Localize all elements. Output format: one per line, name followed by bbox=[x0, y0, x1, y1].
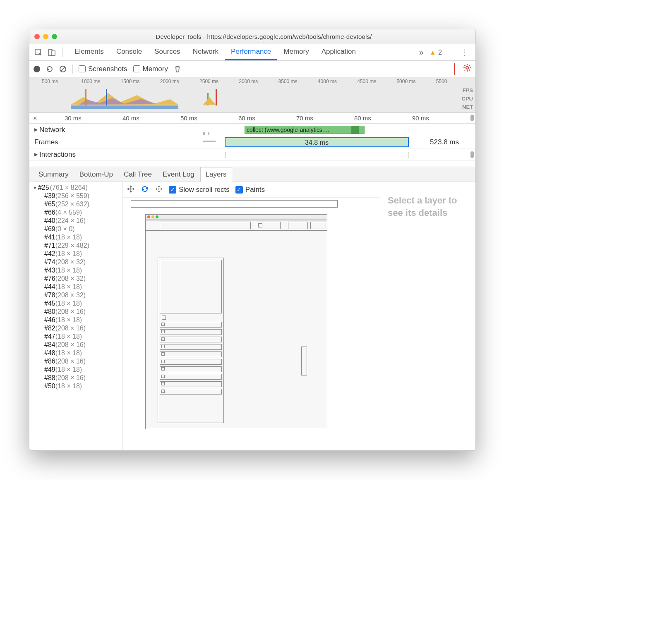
range-handle-left[interactable] bbox=[225, 151, 227, 158]
screenshots-checkbox[interactable]: Screenshots bbox=[79, 65, 127, 73]
layer-item[interactable]: #50(18 × 18) bbox=[33, 382, 120, 390]
layer-item[interactable]: #74(208 × 32) bbox=[33, 258, 120, 266]
tab-network[interactable]: Network bbox=[187, 44, 224, 60]
layer-item[interactable]: #44(18 × 18) bbox=[33, 283, 120, 291]
layer-tree[interactable]: ▼#25(761 × 8264)#39(256 × 559)#65(252 × … bbox=[29, 182, 122, 450]
ruler-tick: 50 ms bbox=[180, 115, 197, 122]
slow-scroll-rects-checkbox[interactable]: ✓ Slow scroll rects bbox=[169, 186, 230, 194]
layer-viewer-toolbar: ✓ Slow scroll rects ✓ Paints bbox=[122, 182, 380, 198]
frame-bar[interactable]: 34.8 ms bbox=[225, 137, 409, 147]
reload-icon[interactable] bbox=[46, 65, 53, 73]
layer-item[interactable]: #80(208 × 16) bbox=[33, 308, 120, 316]
clear-icon[interactable] bbox=[59, 65, 67, 73]
frames-track[interactable]: Frames 34.8 ms 523.8 ms bbox=[29, 136, 475, 148]
layer-dimensions: (18 × 18) bbox=[55, 300, 82, 307]
layer-item[interactable]: #40(224 × 16) bbox=[33, 217, 120, 225]
timeline-overview[interactable]: 500 ms1000 ms1500 ms2000 ms2500 ms3000 m… bbox=[29, 77, 475, 113]
tab-console[interactable]: Console bbox=[110, 44, 148, 60]
subtab-bottom-up[interactable]: Bottom-Up bbox=[74, 167, 118, 182]
layer-item[interactable]: #42(18 × 18) bbox=[33, 250, 120, 258]
device-toolbar-icon[interactable] bbox=[47, 48, 57, 57]
collapse-icon[interactable]: ▼ bbox=[33, 185, 37, 190]
layer-item[interactable]: #39(256 × 559) bbox=[33, 192, 120, 200]
more-tabs-icon[interactable]: » bbox=[416, 48, 426, 57]
range-handle-right[interactable] bbox=[408, 151, 410, 158]
tab-sources[interactable]: Sources bbox=[149, 44, 186, 60]
layer-item[interactable]: #71(229 × 482) bbox=[33, 241, 120, 250]
network-track[interactable]: ▶Network collect (www.google-analytics.… bbox=[29, 124, 475, 136]
layer-item[interactable]: #48(18 × 18) bbox=[33, 349, 120, 357]
layer-item[interactable]: #46(18 × 18) bbox=[33, 316, 120, 324]
timeline-ruler[interactable]: s30 ms40 ms50 ms60 ms70 ms80 ms90 ms bbox=[29, 113, 475, 124]
svg-point-11 bbox=[158, 188, 160, 189]
paints-checkbox[interactable]: ✓ Paints bbox=[235, 186, 265, 194]
screenshots-checkbox-input[interactable] bbox=[79, 65, 86, 72]
interactions-track[interactable]: ▶Interactions bbox=[29, 148, 475, 161]
ruler-tick: 70 ms bbox=[296, 115, 313, 122]
overview-tick: 3000 ms bbox=[239, 79, 278, 84]
layer-item[interactable]: #69(0 × 0) bbox=[33, 225, 120, 233]
expand-icon[interactable]: ▶ bbox=[34, 127, 38, 132]
layer-item[interactable]: #47(18 × 18) bbox=[33, 332, 120, 341]
svg-rect-8 bbox=[106, 89, 107, 105]
reset-view-icon[interactable] bbox=[155, 185, 163, 195]
subtab-summary[interactable]: Summary bbox=[34, 167, 74, 182]
layer-item[interactable]: #65(252 × 632) bbox=[33, 200, 120, 208]
layer-item[interactable]: #82(208 × 16) bbox=[33, 324, 120, 332]
tab-memory[interactable]: Memory bbox=[278, 44, 314, 60]
layer-id: #66 bbox=[44, 209, 55, 216]
timeline-tracks: ▶Network collect (www.google-analytics.…… bbox=[29, 124, 475, 167]
tab-elements[interactable]: Elements bbox=[69, 44, 110, 60]
overview-tick: 4000 ms bbox=[318, 79, 357, 84]
layer-item[interactable]: #84(208 × 16) bbox=[33, 341, 120, 349]
rotate-icon[interactable] bbox=[141, 185, 149, 195]
layer-canvas[interactable] bbox=[122, 198, 380, 450]
layer-item[interactable]: #86(208 × 16) bbox=[33, 357, 120, 366]
layer-dimensions: (256 × 559) bbox=[55, 192, 89, 199]
inspect-element-icon[interactable] bbox=[34, 48, 43, 57]
devtools-window: Developer Tools - https://developers.goo… bbox=[29, 29, 476, 451]
memory-checkbox-input[interactable] bbox=[133, 65, 140, 72]
kebab-menu-icon[interactable]: ⋮ bbox=[458, 48, 471, 57]
layer-id: #45 bbox=[44, 300, 55, 307]
trash-icon[interactable] bbox=[174, 65, 181, 73]
close-window-button[interactable] bbox=[34, 34, 40, 39]
layer-item[interactable]: #78(208 × 32) bbox=[33, 291, 120, 299]
tracks-spacer bbox=[29, 161, 475, 167]
minimize-window-button[interactable] bbox=[43, 34, 48, 39]
subtab-event-log[interactable]: Event Log bbox=[158, 167, 199, 182]
layer-id: #50 bbox=[44, 383, 55, 390]
interactions-track-label: Interactions bbox=[39, 151, 76, 159]
overview-tick: 5500 bbox=[436, 79, 475, 84]
layer-id: #40 bbox=[44, 217, 55, 224]
layer-item[interactable]: #49(18 × 18) bbox=[33, 366, 120, 374]
layer-item[interactable]: #43(18 × 18) bbox=[33, 266, 120, 275]
slow-scroll-label: Slow scroll rects bbox=[179, 186, 230, 194]
expand-icon[interactable]: ▶ bbox=[34, 152, 38, 157]
pan-icon[interactable] bbox=[127, 185, 135, 195]
layer-dimensions: (208 × 32) bbox=[55, 258, 86, 265]
network-mini-bar bbox=[203, 129, 224, 131]
tab-application[interactable]: Application bbox=[316, 44, 362, 60]
maximize-window-button[interactable] bbox=[52, 34, 57, 39]
layer-id: #44 bbox=[44, 283, 55, 290]
ruler-tick: 60 ms bbox=[238, 115, 255, 122]
ruler-scrollbar-thumb[interactable] bbox=[470, 115, 474, 121]
layer-item[interactable]: #45(18 × 18) bbox=[33, 299, 120, 308]
layer-item[interactable]: #88(208 × 16) bbox=[33, 374, 120, 382]
layer-id: #88 bbox=[44, 374, 55, 381]
subtab-layers[interactable]: Layers bbox=[200, 167, 232, 182]
layer-item[interactable]: #41(18 × 18) bbox=[33, 233, 120, 241]
subtab-call-tree[interactable]: Call Tree bbox=[119, 167, 157, 182]
record-button[interactable] bbox=[34, 66, 40, 72]
track-scrollbar-thumb[interactable] bbox=[470, 151, 474, 158]
tab-performance[interactable]: Performance bbox=[225, 44, 277, 60]
layer-item[interactable]: #76(208 × 32) bbox=[33, 275, 120, 283]
memory-checkbox[interactable]: Memory bbox=[133, 65, 168, 73]
layer-item[interactable]: #66(4 × 559) bbox=[33, 208, 120, 217]
network-request-bar[interactable]: collect (www.google-analytics.… bbox=[245, 126, 365, 134]
overview-tick: 2500 ms bbox=[199, 79, 239, 84]
warnings-badge[interactable]: ▲ 2 bbox=[430, 49, 442, 56]
settings-gear-icon[interactable] bbox=[463, 64, 471, 74]
layer-item[interactable]: ▼#25(761 × 8264) bbox=[33, 184, 120, 192]
